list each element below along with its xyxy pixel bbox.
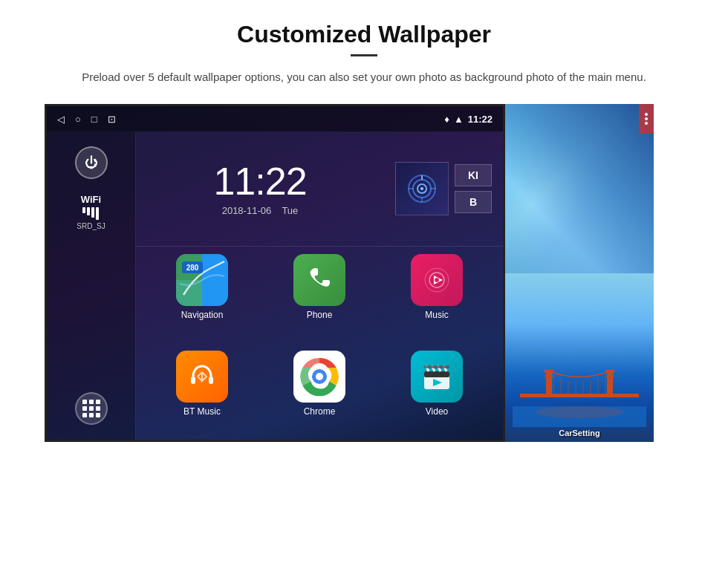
page-container: Customized Wallpaper Preload over 5 defa… (0, 0, 728, 457)
wifi-label: WiFi (77, 194, 105, 205)
chrome-app-icon[interactable] (293, 351, 345, 403)
wifi-info: WiFi SRD_SJ (77, 194, 105, 230)
main-content-area: 11:22 2018-11-06 Tue (136, 131, 503, 440)
svg-point-46 (535, 406, 624, 418)
power-button[interactable]: ⏻ (75, 146, 108, 179)
antenna-icon (407, 174, 437, 204)
grid-dot (89, 413, 94, 417)
music-app-icon[interactable] (411, 254, 463, 306)
app-item-navigation[interactable]: 280 Navigation (147, 254, 257, 336)
ice-pattern (505, 104, 654, 273)
status-bar-left: ◁ ○ □ ⊡ (57, 114, 116, 125)
music-app-label: Music (425, 310, 448, 320)
chrome-icon-svg (295, 352, 344, 401)
wallpaper-thumb-bridge[interactable]: CarSetting (505, 273, 654, 443)
clock-day-value: Tue (282, 205, 298, 216)
clock-time: 11:22 (213, 162, 306, 201)
nav-back-icon[interactable]: ◁ (57, 114, 65, 125)
navigation-app-icon[interactable]: 280 (176, 254, 228, 306)
phone-icon (306, 267, 333, 293)
device-area: ◁ ○ □ ⊡ ♦ ▲ 11:22 ⏻ (45, 104, 683, 442)
wifi-bar-1 (82, 207, 85, 213)
ki-label: KI (468, 169, 478, 181)
map-svg: 280 (176, 254, 228, 306)
grid-dot (89, 400, 94, 404)
wallpaper-panel: CarSetting (505, 104, 654, 442)
svg-rect-31 (520, 394, 639, 397)
bookmark-dot (645, 117, 648, 120)
wifi-signal-icon: ▲ (454, 114, 464, 125)
svg-point-3 (420, 187, 423, 190)
wifi-bars (77, 207, 105, 220)
app-row-1: 280 Navigation (136, 247, 503, 343)
nav-home-icon[interactable]: ○ (75, 114, 81, 125)
grid-dot (96, 406, 100, 411)
bookmark-dot (645, 122, 648, 125)
video-icon (423, 362, 451, 391)
navigation-app-label: Navigation (181, 310, 224, 320)
top-section: 11:22 2018-11-06 Tue (136, 131, 503, 247)
grid-dots-icon (82, 400, 100, 417)
grid-dot (82, 413, 87, 417)
app-item-music[interactable]: Music (382, 254, 492, 336)
video-app-icon[interactable] (411, 351, 463, 403)
svg-rect-16 (191, 377, 195, 384)
app-item-chrome[interactable]: Chrome (264, 351, 374, 432)
screen-content: ⏻ WiFi SRD_SJ (47, 131, 503, 440)
page-description: Preload over 5 default wallpaper options… (82, 68, 646, 86)
phone-app-icon[interactable] (293, 254, 345, 306)
app-drawer-button[interactable] (75, 392, 108, 425)
power-icon: ⏻ (85, 155, 98, 171)
bridge-svg (513, 353, 646, 427)
clock-date: 2018-11-06 Tue (222, 205, 299, 216)
grid-dot (82, 406, 87, 411)
title-divider (351, 54, 377, 56)
b-widget-button[interactable]: B (455, 191, 492, 213)
bridge-scene: CarSetting (505, 273, 654, 443)
widget-area: KI B (384, 131, 503, 246)
ki-widget-button[interactable]: KI (455, 164, 492, 186)
bookmark-strip (639, 104, 654, 134)
wifi-bar-3 (91, 207, 94, 218)
antenna-widget[interactable] (395, 162, 449, 215)
grid-dot (82, 400, 87, 404)
status-time: 11:22 (468, 114, 493, 125)
sidebar-top: ⏻ WiFi SRD_SJ (75, 146, 108, 230)
grid-dot (96, 400, 100, 404)
svg-text:280: 280 (186, 264, 199, 272)
svg-rect-23 (424, 371, 449, 377)
status-bar: ◁ ○ □ ⊡ ♦ ▲ 11:22 (47, 106, 503, 131)
btmusic-app-icon[interactable] (176, 351, 228, 403)
chrome-app-label: Chrome (304, 406, 336, 417)
app-item-video[interactable]: Video (382, 351, 492, 432)
mini-widget-area: KI B (455, 164, 492, 213)
nav-recents-icon[interactable]: □ (91, 114, 97, 125)
wallpaper-thumb-ice[interactable] (505, 104, 654, 273)
b-label: B (469, 196, 477, 208)
bookmark-dot (645, 113, 648, 116)
music-icon (423, 267, 450, 293)
wifi-ssid: SRD_SJ (77, 222, 105, 230)
map-icon: 280 (176, 254, 228, 306)
android-screen: ◁ ○ □ ⊡ ♦ ▲ 11:22 ⏻ (45, 104, 505, 442)
app-row-2: BT Music (136, 343, 503, 440)
app-item-phone[interactable]: Phone (264, 254, 374, 336)
app-item-btmusic[interactable]: BT Music (147, 351, 257, 432)
svg-rect-34 (545, 375, 553, 377)
clock-widget: 11:22 2018-11-06 Tue (136, 131, 384, 246)
svg-point-21 (316, 373, 323, 380)
left-sidebar: ⏻ WiFi SRD_SJ (47, 131, 136, 440)
location-icon: ♦ (444, 114, 449, 125)
nav-screenshot-icon[interactable]: ⊡ (108, 114, 116, 125)
clock-date-value: 2018-11-06 (222, 205, 272, 216)
carsetting-label: CarSetting (559, 429, 600, 437)
video-app-label: Video (426, 406, 448, 417)
svg-rect-37 (605, 375, 614, 377)
wifi-bar-2 (87, 207, 90, 215)
phone-app-label: Phone (307, 310, 333, 320)
svg-rect-17 (209, 377, 213, 384)
wifi-bar-4 (96, 207, 99, 220)
svg-point-15 (435, 278, 439, 282)
btmusic-app-label: BT Music (183, 406, 221, 417)
bluetooth-music-icon (187, 362, 217, 391)
